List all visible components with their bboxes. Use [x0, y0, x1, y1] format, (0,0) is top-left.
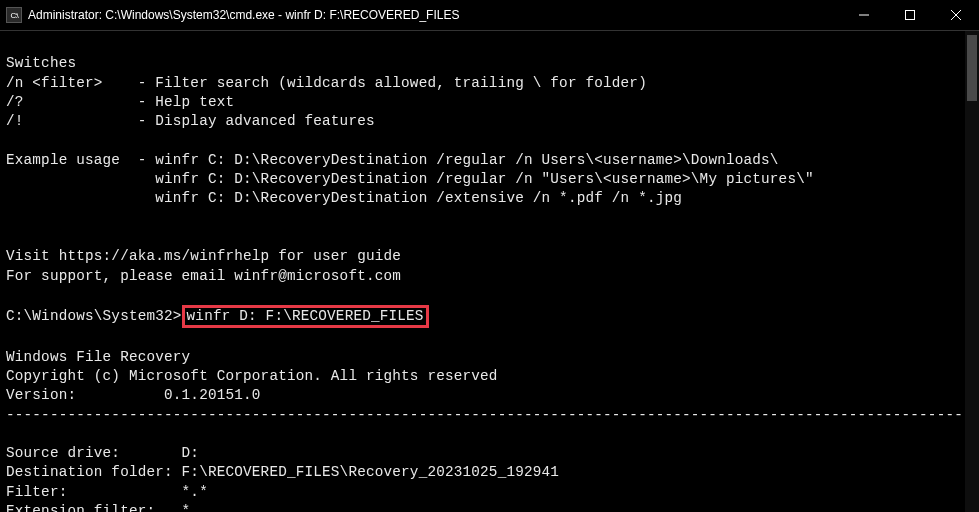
- entered-command: winfr D: F:\RECOVERED_FILES: [187, 308, 424, 324]
- switches-header: Switches: [6, 55, 76, 71]
- minimize-button[interactable]: [841, 0, 887, 30]
- info-ext-filter: Extension filter: *: [6, 503, 190, 512]
- terminal-output[interactable]: Switches /n <filter> - Filter search (wi…: [0, 30, 979, 512]
- prompt-path: C:\Windows\System32>: [6, 308, 182, 324]
- close-button[interactable]: [933, 0, 979, 30]
- switch-help: /? - Help text: [6, 94, 234, 110]
- window-title: Administrator: C:\Windows\System32\cmd.e…: [28, 8, 841, 22]
- titlebar[interactable]: C:\ Administrator: C:\Windows\System32\c…: [0, 0, 979, 30]
- help-email: For support, please email winfr@microsof…: [6, 268, 401, 284]
- version: Version: 0.1.20151.0: [6, 387, 261, 403]
- divider: ----------------------------------------…: [6, 407, 979, 423]
- example-3: winfr C: D:\RecoveryDestination /extensi…: [155, 190, 682, 206]
- maximize-button[interactable]: [887, 0, 933, 30]
- switch-advanced: /! - Display advanced features: [6, 113, 375, 129]
- switch-n: /n <filter> - Filter search (wildcards a…: [6, 75, 647, 91]
- svg-rect-1: [906, 11, 915, 20]
- window-controls: [841, 0, 979, 30]
- info-destination: Destination folder: F:\RECOVERED_FILES\R…: [6, 464, 559, 480]
- scrollbar-thumb[interactable]: [967, 35, 977, 101]
- copyright: Copyright (c) Microsoft Corporation. All…: [6, 368, 498, 384]
- info-filter: Filter: *.*: [6, 484, 208, 500]
- example-1: winfr C: D:\RecoveryDestination /regular…: [155, 152, 778, 168]
- entered-command-highlight: winfr D: F:\RECOVERED_FILES: [182, 305, 429, 328]
- scrollbar[interactable]: [965, 31, 979, 512]
- info-source-drive: Source drive: D:: [6, 445, 199, 461]
- example-2: winfr C: D:\RecoveryDestination /regular…: [155, 171, 813, 187]
- help-url: Visit https://aka.ms/winfrhelp for user …: [6, 248, 401, 264]
- cmd-icon: C:\: [6, 7, 22, 23]
- example-label: Example usage -: [6, 152, 146, 168]
- app-name: Windows File Recovery: [6, 349, 190, 365]
